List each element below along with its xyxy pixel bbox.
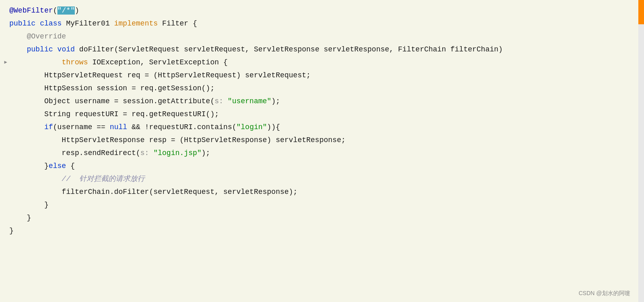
code-token: void — [57, 45, 79, 53]
code-token: HttpServletRequest req = (HttpServletReq… — [9, 71, 310, 79]
line-text: HttpServletRequest req = (HttpServletReq… — [7, 69, 638, 82]
code-token: String requestURI = req.getRequestURI(); — [9, 110, 219, 118]
code-token: s: — [140, 149, 153, 157]
code-token: } — [9, 201, 49, 209]
code-token: "login" — [236, 123, 267, 131]
code-token: null — [110, 123, 127, 131]
code-line: Object username = session.getAttribute(s… — [0, 95, 638, 108]
code-line: if(username == null && !requestURI.conta… — [0, 121, 638, 134]
code-token: public — [9, 19, 40, 28]
line-text: filterChain.doFilter(servletRequest, ser… — [7, 185, 638, 198]
code-token: } — [9, 214, 31, 222]
code-token: { — [66, 162, 75, 170]
line-text: public class MyFilter01 implements Filte… — [7, 17, 638, 30]
code-token: filterChain.doFilter(servletRequest, ser… — [9, 188, 298, 196]
code-line: } — [0, 224, 638, 237]
code-line: HttpSession session = req.getSession(); — [0, 82, 638, 95]
line-text: // 针对拦截的请求放行 — [7, 172, 638, 185]
code-token — [9, 58, 62, 66]
scrollbar[interactable] — [638, 0, 644, 302]
code-token: (username == — [53, 123, 110, 131]
line-text: } — [7, 224, 638, 237]
code-token: doFilter(ServletRequest servletRequest, … — [79, 45, 503, 53]
code-line: resp.sendRedirect(s: "login.jsp"); — [0, 147, 638, 160]
code-token: throws — [62, 58, 93, 66]
line-text: } — [7, 211, 638, 224]
code-token: "login.jsp" — [153, 149, 201, 157]
code-token: s: — [215, 97, 228, 105]
code-token: ) — [75, 6, 79, 15]
code-line: filterChain.doFilter(servletRequest, ser… — [0, 185, 638, 198]
code-token: )){ — [267, 123, 280, 131]
code-line: String requestURI = req.getRequestURI(); — [0, 108, 638, 121]
line-text: @WebFilter("/*") — [7, 4, 638, 17]
line-text: HttpServletResponse resp = (HttpServletR… — [7, 134, 638, 147]
code-token: @Override — [9, 32, 66, 40]
code-token: ); — [201, 149, 210, 157]
line-text: }else { — [7, 160, 638, 172]
line-text: HttpSession session = req.getSession(); — [7, 82, 638, 95]
code-token: ( — [53, 6, 57, 15]
code-line: } — [0, 211, 638, 224]
code-token: } — [9, 227, 14, 235]
line-text: resp.sendRedirect(s: "login.jsp"); — [7, 147, 638, 160]
code-token: else — [49, 162, 66, 170]
code-line: ▶ throws IOException, ServletException { — [0, 56, 638, 69]
code-token: && !requestURI.contains( — [127, 123, 236, 131]
line-text: @Override — [7, 30, 638, 43]
code-line: @WebFilter("/*") — [0, 4, 638, 17]
code-token: resp.sendRedirect( — [9, 149, 140, 157]
code-line: HttpServletRequest req = (HttpServletReq… — [0, 69, 638, 82]
code-line: }else { — [0, 160, 638, 172]
code-line: public void doFilter(ServletRequest serv… — [0, 43, 638, 56]
line-text: Object username = session.getAttribute(s… — [7, 95, 638, 108]
code-token: HttpServletResponse resp = (HttpServletR… — [9, 136, 346, 144]
code-token: class — [40, 19, 66, 28]
code-token: HttpSession session = req.getSession(); — [9, 84, 215, 92]
code-token: ); — [271, 97, 280, 105]
code-token: implements — [114, 19, 162, 28]
line-text: if(username == null && !requestURI.conta… — [7, 121, 638, 134]
scrollbar-thumb[interactable] — [638, 0, 644, 24]
code-content: @WebFilter("/*")public class MyFilter01 … — [0, 4, 638, 237]
code-token: } — [9, 162, 49, 170]
arrow-icon: ▶ — [4, 56, 7, 69]
code-token: MyFilter01 — [66, 19, 114, 28]
code-line: // 针对拦截的请求放行 — [0, 172, 638, 185]
watermark: CSDN @划水的阿嚏 — [579, 290, 630, 297]
code-token: "/ — [57, 6, 66, 15]
code-token: *" — [66, 6, 75, 15]
code-line: HttpServletResponse resp = (HttpServletR… — [0, 134, 638, 147]
code-token: Object username = session.getAttribute( — [9, 97, 215, 105]
code-token — [9, 123, 44, 131]
code-line: } — [0, 198, 638, 211]
code-token: IOException, ServletException { — [92, 58, 228, 66]
code-token: public — [27, 45, 57, 53]
code-token: // 针对拦截的请求放行 — [9, 175, 145, 183]
line-text: String requestURI = req.getRequestURI(); — [7, 108, 638, 121]
code-line: @Override — [0, 30, 638, 43]
line-text: throws IOException, ServletException { — [7, 56, 638, 69]
code-token: "username" — [228, 97, 271, 105]
code-token — [9, 45, 27, 53]
line-text: } — [7, 198, 638, 211]
line-text: public void doFilter(ServletRequest serv… — [7, 43, 638, 56]
code-line: public class MyFilter01 implements Filte… — [0, 17, 638, 30]
line-indicator: ▶ — [4, 56, 7, 69]
code-token: @WebFilter — [9, 6, 53, 15]
code-editor: @WebFilter("/*")public class MyFilter01 … — [0, 0, 638, 302]
code-token: Filter { — [162, 19, 197, 28]
code-token: if — [44, 123, 53, 131]
